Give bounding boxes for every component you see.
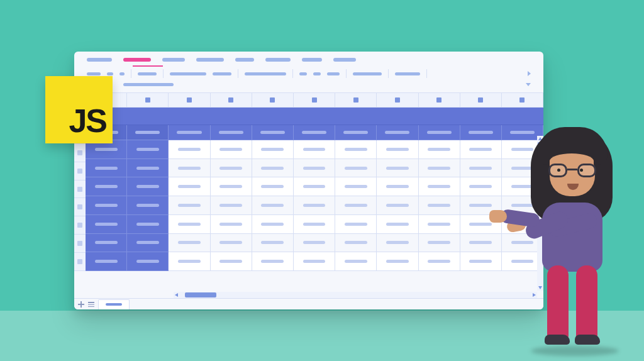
cell[interactable] (419, 140, 460, 159)
header-cell[interactable] (377, 125, 418, 140)
toolbar-button[interactable] (119, 72, 125, 75)
cell[interactable] (335, 215, 377, 234)
cell[interactable] (377, 215, 418, 234)
tab-item[interactable] (265, 58, 291, 62)
cell[interactable] (211, 159, 252, 178)
toolbar-button[interactable] (299, 72, 307, 75)
cell[interactable] (335, 234, 377, 253)
cell[interactable] (335, 159, 377, 178)
cell[interactable] (460, 177, 502, 196)
cell[interactable] (294, 140, 335, 159)
toolbar-button[interactable] (395, 72, 420, 75)
toolbar-button[interactable] (313, 72, 321, 75)
cell[interactable] (127, 159, 169, 178)
tab-item[interactable] (333, 58, 356, 62)
cell[interactable] (169, 177, 210, 196)
cell[interactable] (211, 140, 252, 159)
cell[interactable] (377, 140, 418, 159)
cell[interactable] (460, 140, 502, 159)
cell[interactable] (377, 159, 418, 178)
cell[interactable] (460, 252, 502, 271)
header-cell[interactable] (211, 125, 252, 140)
cell[interactable] (419, 234, 460, 253)
cell[interactable] (252, 252, 294, 271)
cell[interactable] (127, 196, 169, 215)
header-cell[interactable] (294, 125, 335, 140)
cell[interactable] (377, 177, 418, 196)
cell[interactable] (86, 252, 127, 271)
column-header[interactable] (294, 93, 335, 107)
cell[interactable] (335, 252, 377, 271)
header-cell[interactable] (252, 125, 294, 140)
cell[interactable] (252, 177, 294, 196)
column-header[interactable] (377, 93, 418, 107)
header-cell[interactable] (169, 125, 210, 140)
cell[interactable] (211, 215, 252, 234)
cell[interactable] (127, 140, 169, 159)
row-header[interactable] (74, 162, 86, 181)
header-cell[interactable] (460, 125, 502, 140)
column-header[interactable] (169, 93, 210, 107)
toolbar-button[interactable] (170, 72, 206, 75)
cell[interactable] (86, 159, 127, 178)
cell[interactable] (252, 140, 294, 159)
tab-item[interactable] (87, 58, 112, 62)
cell[interactable] (169, 252, 210, 271)
cell[interactable] (127, 252, 169, 271)
row-header[interactable] (74, 198, 86, 216)
header-cell[interactable] (419, 125, 460, 140)
cell[interactable] (86, 196, 127, 215)
all-sheets-icon[interactable] (88, 302, 94, 307)
tab-item[interactable] (162, 58, 185, 62)
cell[interactable] (127, 234, 169, 253)
toolbar-button[interactable] (87, 72, 101, 75)
cell[interactable] (86, 177, 127, 196)
tab-item[interactable] (196, 58, 224, 62)
toolbar-button[interactable] (213, 72, 231, 75)
cell[interactable] (419, 177, 460, 196)
scroll-thumb[interactable] (185, 292, 216, 297)
tab-item[interactable] (235, 58, 254, 62)
formula-bar[interactable] (123, 83, 174, 86)
cell[interactable] (169, 196, 210, 215)
cell[interactable] (252, 196, 294, 215)
cell[interactable] (211, 177, 252, 196)
cell[interactable] (127, 177, 169, 196)
cell[interactable] (419, 215, 460, 234)
cell[interactable] (169, 215, 210, 234)
cell[interactable] (419, 252, 460, 271)
cell[interactable] (294, 234, 335, 253)
cell[interactable] (252, 215, 294, 234)
tab-item-active[interactable] (123, 58, 151, 62)
column-header[interactable] (211, 93, 252, 107)
cell[interactable] (419, 159, 460, 178)
cell[interactable] (377, 252, 418, 271)
cell[interactable] (211, 196, 252, 215)
horizontal-scrollbar[interactable] (174, 292, 537, 298)
toolbar-button[interactable] (327, 72, 340, 75)
cell[interactable] (294, 215, 335, 234)
expand-icon[interactable] (526, 83, 531, 86)
cell[interactable] (211, 252, 252, 271)
cell[interactable] (252, 234, 294, 253)
cell[interactable] (460, 159, 502, 178)
cell[interactable] (335, 196, 377, 215)
cell[interactable] (211, 234, 252, 253)
cell[interactable] (169, 234, 210, 253)
column-header[interactable] (335, 93, 377, 107)
cell[interactable] (294, 159, 335, 178)
row-header[interactable] (74, 181, 86, 199)
column-header[interactable] (460, 93, 502, 107)
cell[interactable] (169, 140, 210, 159)
column-header[interactable] (252, 93, 294, 107)
row-header[interactable] (74, 253, 86, 271)
column-header[interactable] (127, 93, 169, 107)
cell[interactable] (377, 196, 418, 215)
column-header[interactable] (502, 93, 543, 107)
cell[interactable] (419, 196, 460, 215)
tab-item[interactable] (302, 58, 322, 62)
cell[interactable] (294, 252, 335, 271)
cell[interactable] (335, 140, 377, 159)
cell[interactable] (127, 215, 169, 234)
toolbar-button[interactable] (107, 72, 113, 75)
